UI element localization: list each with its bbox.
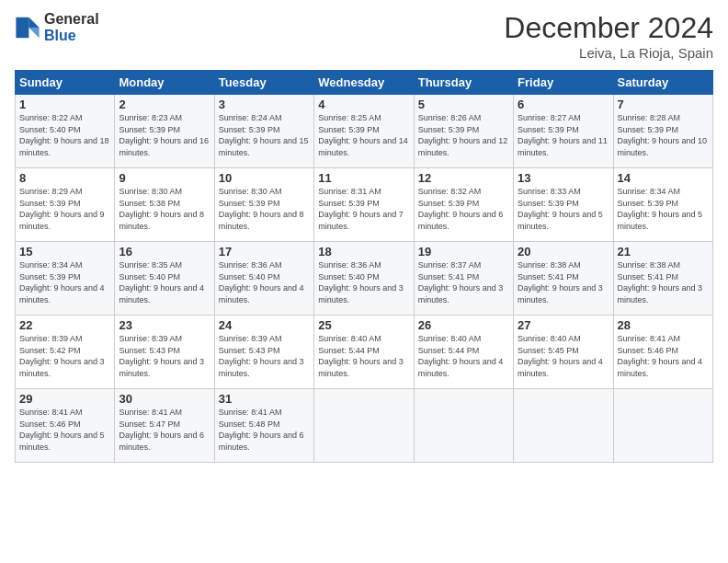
day-cell: 11Sunrise: 8:31 AMSunset: 5:39 PMDayligh… [314,168,414,242]
day-cell: 21Sunrise: 8:38 AMSunset: 5:41 PMDayligh… [613,242,712,316]
col-thursday: Thursday [414,71,513,95]
day-cell: 16Sunrise: 8:35 AMSunset: 5:40 PMDayligh… [115,242,214,316]
day-cell: 28Sunrise: 8:41 AMSunset: 5:46 PMDayligh… [613,316,712,389]
day-cell: 8Sunrise: 8:29 AMSunset: 5:39 PMDaylight… [16,168,115,242]
col-wednesday: Wednesday [314,71,414,95]
calendar-table: Sunday Monday Tuesday Wednesday Thursday… [15,70,713,463]
header: General Blue December 2024 Leiva, La Rio… [15,11,713,61]
logo-text: General Blue [44,11,99,43]
day-cell: 22Sunrise: 8:39 AMSunset: 5:42 PMDayligh… [16,316,115,389]
day-cell: 18Sunrise: 8:36 AMSunset: 5:40 PMDayligh… [314,242,414,316]
day-cell: 13Sunrise: 8:33 AMSunset: 5:39 PMDayligh… [514,168,613,242]
col-sunday: Sunday [16,71,115,95]
day-cell: 24Sunrise: 8:39 AMSunset: 5:43 PMDayligh… [214,316,313,389]
day-cell [613,389,712,463]
day-cell: 10Sunrise: 8:30 AMSunset: 5:39 PMDayligh… [214,168,313,242]
header-row: Sunday Monday Tuesday Wednesday Thursday… [16,71,713,95]
logo: General Blue [15,11,99,43]
col-friday: Friday [514,71,613,95]
day-cell: 25Sunrise: 8:40 AMSunset: 5:44 PMDayligh… [314,316,414,389]
day-cell: 15Sunrise: 8:34 AMSunset: 5:39 PMDayligh… [16,242,115,316]
day-cell: 27Sunrise: 8:40 AMSunset: 5:45 PMDayligh… [514,316,613,389]
day-cell [514,389,613,463]
month-title: December 2024 [504,11,713,45]
day-cell: 9Sunrise: 8:30 AMSunset: 5:38 PMDaylight… [115,168,214,242]
day-cell [314,389,414,463]
day-cell: 7Sunrise: 8:28 AMSunset: 5:39 PMDaylight… [613,95,712,168]
day-cell: 19Sunrise: 8:37 AMSunset: 5:41 PMDayligh… [414,242,513,316]
col-saturday: Saturday [613,71,712,95]
day-cell: 23Sunrise: 8:39 AMSunset: 5:43 PMDayligh… [115,316,214,389]
title-block: December 2024 Leiva, La Rioja, Spain [504,11,713,61]
day-cell: 6Sunrise: 8:27 AMSunset: 5:39 PMDaylight… [514,95,613,168]
day-cell: 4Sunrise: 8:25 AMSunset: 5:39 PMDaylight… [314,95,414,168]
svg-marker-1 [28,28,39,38]
calendar-week-2: 8Sunrise: 8:29 AMSunset: 5:39 PMDaylight… [16,168,713,242]
calendar-week-3: 15Sunrise: 8:34 AMSunset: 5:39 PMDayligh… [16,242,713,316]
day-cell: 31Sunrise: 8:41 AMSunset: 5:48 PMDayligh… [214,389,313,463]
day-cell: 30Sunrise: 8:41 AMSunset: 5:47 PMDayligh… [115,389,214,463]
page-container: General Blue December 2024 Leiva, La Rio… [0,0,728,470]
day-cell: 17Sunrise: 8:36 AMSunset: 5:40 PMDayligh… [214,242,313,316]
col-tuesday: Tuesday [214,71,313,95]
calendar-week-4: 22Sunrise: 8:39 AMSunset: 5:42 PMDayligh… [16,316,713,389]
col-monday: Monday [115,71,214,95]
day-1: 1Sunrise: 8:22 AMSunset: 5:40 PMDaylight… [16,95,115,168]
day-cell: 12Sunrise: 8:32 AMSunset: 5:39 PMDayligh… [414,168,513,242]
day-cell: 26Sunrise: 8:40 AMSunset: 5:44 PMDayligh… [414,316,513,389]
day-cell: 20Sunrise: 8:38 AMSunset: 5:41 PMDayligh… [514,242,613,316]
calendar-week-5: 29Sunrise: 8:41 AMSunset: 5:46 PMDayligh… [16,389,713,463]
day-cell: 3Sunrise: 8:24 AMSunset: 5:39 PMDaylight… [214,95,313,168]
location: Leiva, La Rioja, Spain [504,45,713,61]
svg-marker-0 [28,17,39,27]
svg-rect-2 [16,17,28,37]
day-cell: 14Sunrise: 8:34 AMSunset: 5:39 PMDayligh… [613,168,712,242]
logo-icon [15,15,40,40]
day-cell: 2Sunrise: 8:23 AMSunset: 5:39 PMDaylight… [115,95,214,168]
day-cell: 5Sunrise: 8:26 AMSunset: 5:39 PMDaylight… [414,95,513,168]
calendar-week-1: 1Sunrise: 8:22 AMSunset: 5:40 PMDaylight… [16,95,713,168]
day-cell [414,389,513,463]
day-cell: 29Sunrise: 8:41 AMSunset: 5:46 PMDayligh… [16,389,115,463]
